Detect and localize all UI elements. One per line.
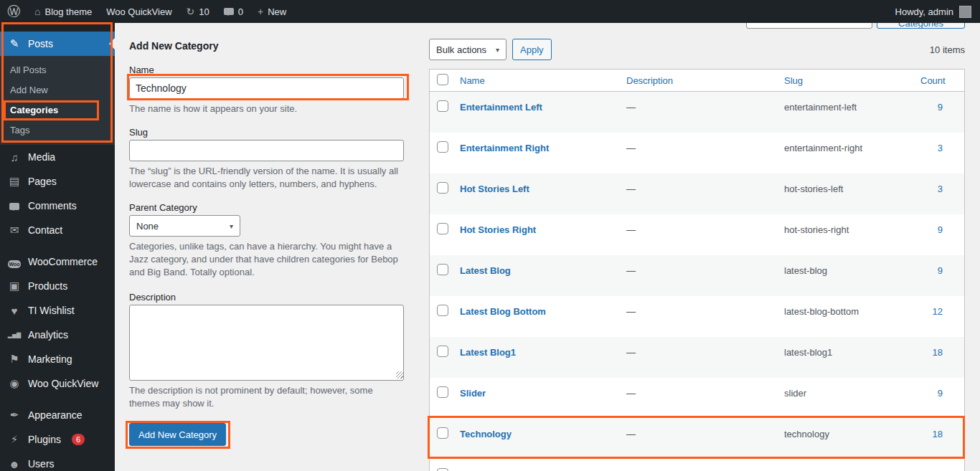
table-row: Latest Blog — latest-blog 9 <box>430 255 964 296</box>
row-checkbox[interactable] <box>437 264 448 275</box>
category-name-link[interactable]: Latest Blog Bottom <box>460 306 546 317</box>
category-name-link[interactable]: Hot Stories Right <box>460 224 536 235</box>
slug-help-text: The “slug” is the URL-friendly version o… <box>129 165 405 191</box>
sidebar-item-media[interactable]: ♫ Media <box>0 145 115 169</box>
category-count-link[interactable]: 9 <box>938 102 943 113</box>
select-all-checkbox[interactable] <box>437 74 448 85</box>
category-name-input[interactable] <box>129 77 404 99</box>
sidebar-users-label: Users <box>28 458 55 470</box>
sidebar-item-woo-quickview[interactable]: ◉ Woo QuickView <box>0 371 115 396</box>
row-checkbox[interactable] <box>437 223 448 234</box>
table-row: Entertainment Left — entertainment-left … <box>430 92 964 133</box>
updates-count: 10 <box>199 6 209 17</box>
table-row-technology: Technology — technology 18 <box>430 419 964 460</box>
wishlist-icon: ♥ <box>7 305 22 317</box>
items-count: 10 items <box>930 44 965 55</box>
sidebar-item-posts[interactable]: ✎ Posts <box>0 32 115 56</box>
sidebar-item-woocommerce[interactable]: Woo WooCommerce <box>0 249 115 274</box>
category-name-link[interactable]: Entertainment Right <box>460 143 549 153</box>
sidebar-item-products[interactable]: ▣ Products <box>0 274 115 298</box>
category-name-link[interactable]: Slider <box>460 388 486 399</box>
name-label: Name <box>129 65 405 75</box>
row-checkbox[interactable] <box>437 182 448 194</box>
category-count-link[interactable]: 12 <box>933 306 943 317</box>
sidebar-item-users[interactable]: ☻ Users <box>0 452 115 471</box>
table-row: Hot Stories Left — hot-stories-left 3 <box>430 173 964 214</box>
plugins-update-badge: 6 <box>72 434 85 445</box>
sidebar-item-tags[interactable]: Tags <box>0 120 115 141</box>
updates-link[interactable]: ↻ 10 <box>179 0 217 23</box>
sidebar-item-all-posts[interactable]: All Posts <box>0 60 115 80</box>
sidebar-item-analytics[interactable]: ▂▅▇ Analytics <box>0 323 115 347</box>
howdy-account-link[interactable]: Howdy, admin <box>895 6 953 17</box>
row-checkbox[interactable] <box>437 100 448 112</box>
category-name-link[interactable]: Latest Blog <box>460 265 511 276</box>
sidebar-marketing-label: Marketing <box>28 353 72 365</box>
category-name-link[interactable]: Hot Stories Left <box>460 184 529 194</box>
category-slug: entertainment-left <box>784 92 920 133</box>
sidebar-item-comments[interactable]: Comments <box>0 194 115 218</box>
category-count-link[interactable]: 18 <box>933 347 943 358</box>
category-description: — <box>626 337 784 378</box>
parent-category-select[interactable]: None ▾ <box>129 215 240 237</box>
row-checkbox[interactable] <box>437 305 448 316</box>
sidebar-item-marketing[interactable]: ⚑ Marketing <box>0 347 115 371</box>
add-new-category-button[interactable]: Add New Category <box>129 423 226 446</box>
sidebar-item-pages[interactable]: ▤ Pages <box>0 169 115 194</box>
category-slug: latest-blog <box>784 255 920 296</box>
sidebar-woocommerce-label: WooCommerce <box>28 256 98 267</box>
table-row: Uncategorized — uncategorized 1 <box>430 460 964 471</box>
site-name-link[interactable]: ⌂ Blog theme <box>27 0 99 23</box>
category-count-link[interactable]: 18 <box>933 429 943 439</box>
sidebar-item-appearance[interactable]: ✒ Appearance <box>0 403 115 427</box>
row-checkbox[interactable] <box>437 386 448 398</box>
sidebar-item-ti-wishlist[interactable]: ♥ TI Wishlist <box>0 298 115 323</box>
row-checkbox[interactable] <box>437 346 448 357</box>
apply-button[interactable]: Apply <box>512 39 552 60</box>
parent-help-text: Categories, unlike tags, can have a hier… <box>129 240 405 279</box>
sidebar-item-plugins[interactable]: ⚡ Plugins 6 <box>0 427 115 452</box>
category-name-link[interactable]: Entertainment Left <box>460 102 542 113</box>
comments-link[interactable]: 0 <box>217 0 250 23</box>
category-description-textarea[interactable] <box>129 305 404 381</box>
row-checkbox[interactable] <box>437 141 448 153</box>
category-count-link[interactable]: 3 <box>938 143 943 153</box>
updates-icon: ↻ <box>187 6 195 17</box>
products-icon: ▣ <box>7 280 22 292</box>
appearance-icon: ✒ <box>7 409 22 422</box>
category-name-link[interactable]: Latest Blog1 <box>460 347 516 358</box>
list-toolbar: Bulk actions ▾ Apply 10 items <box>429 39 965 60</box>
sort-by-description[interactable]: Description <box>626 75 673 86</box>
comments-icon <box>7 200 22 212</box>
sort-by-count[interactable]: Count <box>920 75 946 86</box>
sidebar-item-categories[interactable]: Categories <box>0 100 115 120</box>
category-name-link[interactable]: Technology <box>460 429 512 439</box>
media-icon: ♫ <box>7 151 22 163</box>
sort-by-slug[interactable]: Slug <box>784 75 803 86</box>
sidebar-item-contact[interactable]: ✉ Contact <box>0 218 115 242</box>
category-count-link[interactable]: 3 <box>938 184 943 194</box>
category-count-link[interactable]: 9 <box>938 265 943 276</box>
sort-by-name[interactable]: Name <box>460 75 485 86</box>
wordpress-menu[interactable]: Ⓦ <box>0 0 27 23</box>
category-count-link[interactable]: 9 <box>938 388 943 399</box>
category-count-link[interactable]: 9 <box>938 224 943 235</box>
sidebar-pages-label: Pages <box>28 176 57 187</box>
new-content-link[interactable]: + New <box>250 0 293 23</box>
chevron-down-icon: ▾ <box>496 46 499 54</box>
category-description: — <box>626 255 784 296</box>
plugins-icon: ⚡ <box>7 433 22 446</box>
sidebar-products-label: Products <box>28 280 67 292</box>
posts-icon: ✎ <box>7 37 22 50</box>
row-checkbox[interactable] <box>437 468 448 471</box>
category-slug-input[interactable] <box>129 140 404 161</box>
category-slug: hot-stories-left <box>784 173 920 214</box>
bulk-actions-value: Bulk actions <box>436 44 486 55</box>
row-checkbox[interactable] <box>437 427 448 439</box>
sidebar-item-add-new[interactable]: Add New <box>0 80 115 100</box>
adminbar-woo-quickview-link[interactable]: Woo QuickView <box>99 0 179 23</box>
bulk-actions-select[interactable]: Bulk actions ▾ <box>429 39 507 60</box>
category-slug: entertainment-right <box>784 133 920 173</box>
category-slug: uncategorized <box>784 460 920 471</box>
posts-submenu: All Posts Add New Categories Tags <box>0 56 115 145</box>
